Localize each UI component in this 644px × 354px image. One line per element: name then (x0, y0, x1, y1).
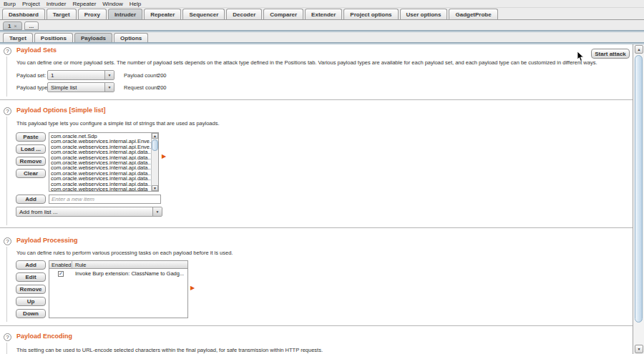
tab-intruder-payloads[interactable]: Payloads (74, 33, 112, 42)
table-header: Enabled Rule (49, 261, 187, 269)
close-icon[interactable]: × (14, 24, 16, 29)
menu-intruder[interactable]: Intruder (47, 1, 67, 7)
rule-column-header: Rule (72, 261, 187, 268)
enabled-column-header: Enabled (49, 261, 72, 268)
payload-list-items: com.oracle.net.Sdp com.oracle.webservice… (49, 133, 151, 191)
orange-arrow-icon: ▶ (190, 285, 195, 291)
tab-target[interactable]: Target (47, 9, 77, 19)
payload-set-value: 1 (48, 71, 104, 79)
list-scrollbar[interactable]: ▲ ▼ (151, 133, 158, 191)
section-title: Payload Options [Simple list] (16, 107, 106, 114)
new-item-input[interactable] (49, 195, 161, 204)
help-icon[interactable]: ? (4, 107, 11, 115)
list-item[interactable]: com.oracle.webservices.internal.api.data… (49, 155, 151, 160)
intruder-tab-bar: Target Positions Payloads Options (0, 33, 644, 42)
scroll-up-icon[interactable]: ▲ (635, 45, 643, 54)
vertical-scrollbar[interactable]: ▲ ▼ (633, 44, 644, 354)
clear-button[interactable]: Clear (16, 169, 46, 178)
paste-button[interactable]: Paste (16, 132, 46, 142)
rule-enabled-checkbox[interactable]: ✓ (58, 271, 64, 277)
payloads-panel: ? Payload Sets You can define one or mor… (0, 44, 633, 354)
payload-type-value: Simple list (48, 83, 104, 92)
tab-sequencer[interactable]: Sequencer (182, 9, 225, 19)
chevron-down-icon: ▼ (104, 71, 114, 79)
menu-burp[interactable]: Burp (4, 1, 16, 7)
payload-encoding-section: ? Payload Encoding This setting can be u… (0, 329, 633, 354)
payload-processing-section: ? Payload Processing You can define rule… (0, 236, 633, 325)
tab-intruder-positions[interactable]: Positions (34, 33, 73, 42)
request-count-value: 200 (157, 84, 167, 91)
scroll-up-icon[interactable]: ▲ (152, 133, 158, 139)
remove-button[interactable]: Remove (16, 157, 46, 166)
payload-sets-section: ? Payload Sets You can define one or mor… (0, 44, 633, 99)
list-scrollbar-thumb[interactable] (152, 139, 158, 151)
table-row[interactable]: ✓ Invoke Burp extension: ClassName to Ga… (49, 269, 187, 278)
add-from-list-select[interactable]: Add from list ... ▼ (16, 207, 162, 217)
tab-proxy[interactable]: Proxy (78, 9, 107, 19)
mouse-cursor (577, 51, 585, 62)
list-item[interactable]: com.oracle.webservices.internal.api.data… (49, 171, 151, 176)
section-guide-line (6, 247, 7, 322)
menu-project[interactable]: Project (22, 1, 40, 7)
attack-tab-label: 1 (8, 23, 11, 29)
up-rule-button[interactable]: Up (16, 297, 46, 306)
down-rule-button[interactable]: Down (16, 309, 46, 318)
tab-intruder[interactable]: Intruder (108, 9, 142, 19)
menu-repeater[interactable]: Repeater (72, 1, 96, 7)
list-item[interactable]: com.oracle.webservices.internal.api.Enve… (49, 139, 151, 144)
tab-user-options[interactable]: User options (400, 9, 448, 19)
list-item[interactable]: com.oracle.net.Sdp (49, 134, 151, 139)
processing-rules-table[interactable]: Enabled Rule ✓ Invoke Burp extension: Cl… (49, 260, 188, 318)
tab-intruder-target[interactable]: Target (3, 33, 33, 42)
scroll-down-icon[interactable]: ▼ (152, 185, 158, 191)
list-item[interactable]: com.oracle.webservices.internal.api.Enve… (49, 144, 151, 149)
section-title: Payload Sets (16, 46, 57, 54)
add-from-list-value: Add from list ... (16, 207, 152, 216)
help-icon[interactable]: ? (4, 47, 11, 55)
section-description: This setting can be used to URL-encode s… (16, 347, 323, 353)
section-title: Payload Processing (16, 237, 78, 244)
payload-type-select[interactable]: Simple list ▼ (47, 82, 114, 92)
help-icon[interactable]: ? (4, 237, 11, 245)
list-item[interactable]: com.oracle.webservices.internal.api.data… (49, 149, 151, 154)
attack-tab-1[interactable]: 1 × (3, 21, 22, 30)
list-item[interactable]: com.oracle.webservices.internal.api.data… (49, 182, 151, 187)
add-rule-button[interactable]: Add (16, 260, 46, 270)
payload-type-label: Payload type: (16, 84, 49, 91)
list-item[interactable]: com.oracle.webservices.internal.api.data… (49, 176, 151, 181)
help-icon[interactable]: ? (4, 333, 11, 341)
payload-options-section: ? Payload Options [Simple list] This pay… (0, 104, 633, 227)
payload-list[interactable]: com.oracle.net.Sdp com.oracle.webservice… (49, 132, 159, 192)
tab-extender[interactable]: Extender (305, 9, 342, 19)
request-count-label: Request count: (124, 84, 160, 91)
section-description: You can define one or more payload sets.… (16, 59, 597, 66)
list-item[interactable]: com.oracle.webservices.internal.api.data… (49, 160, 151, 165)
attack-tab-more[interactable]: ... (24, 21, 39, 30)
list-item[interactable]: com.oracle.webservices.internal.api.data (49, 187, 151, 191)
tab-project-options[interactable]: Project options (343, 9, 398, 19)
chevron-down-icon: ▼ (152, 207, 162, 216)
tab-intruder-options[interactable]: Options (114, 33, 148, 42)
orange-arrow-icon: ▶ (162, 153, 166, 159)
tab-comparer[interactable]: Comparer (263, 9, 303, 19)
menu-window[interactable]: Window (102, 1, 122, 7)
add-button[interactable]: Add (16, 195, 46, 204)
chevron-down-icon: ▼ (104, 83, 114, 92)
main-tab-bar: Dashboard Target Proxy Intruder Repeater… (0, 8, 644, 20)
remove-rule-button[interactable]: Remove (16, 285, 46, 294)
load-button[interactable]: Load ... (16, 144, 46, 154)
start-attack-button[interactable]: Start attack (591, 49, 630, 59)
scroll-down-icon[interactable]: ▼ (635, 345, 643, 353)
tab-decoder[interactable]: Decoder (226, 9, 262, 19)
tab-dashboard[interactable]: Dashboard (2, 9, 45, 19)
edit-rule-button[interactable]: Edit (16, 272, 46, 282)
tab-gadgetprobe[interactable]: GadgetProbe (449, 9, 497, 19)
section-separator (0, 325, 633, 326)
menu-bar: Burp Project Intruder Repeater Window He… (0, 0, 644, 8)
list-item[interactable]: com.oracle.webservices.internal.api.data… (49, 165, 151, 170)
menu-help[interactable]: Help (130, 1, 141, 7)
scrollbar-thumb[interactable] (635, 55, 643, 323)
payload-count-label: Payload count: (124, 72, 160, 79)
tab-repeater[interactable]: Repeater (144, 9, 181, 19)
payload-set-select[interactable]: 1 ▼ (47, 70, 114, 80)
